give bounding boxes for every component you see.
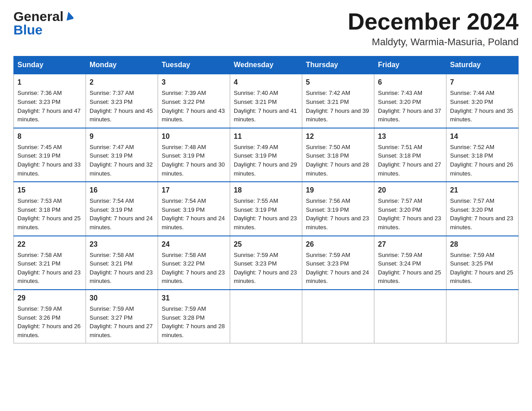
day-info: Sunrise: 7:58 AMSunset: 3:21 PMDaylight:… (17, 252, 81, 285)
day-number: 28 (450, 239, 515, 249)
calendar-cell: 19Sunrise: 7:56 AMSunset: 3:19 PMDayligh… (302, 182, 374, 235)
day-info: Sunrise: 7:54 AMSunset: 3:19 PMDaylight:… (90, 197, 153, 231)
day-number: 17 (162, 185, 226, 195)
logo-general: General (13, 9, 64, 24)
calendar-cell: 30Sunrise: 7:59 AMSunset: 3:27 PMDayligh… (86, 290, 158, 343)
calendar-cell: 17Sunrise: 7:54 AMSunset: 3:19 PMDayligh… (158, 182, 230, 235)
day-number: 14 (450, 131, 515, 141)
week-row-5: 29Sunrise: 7:59 AMSunset: 3:26 PMDayligh… (14, 290, 519, 343)
day-number: 31 (162, 293, 226, 303)
day-number: 20 (378, 185, 442, 195)
day-number: 3 (162, 77, 226, 87)
calendar-cell: 16Sunrise: 7:54 AMSunset: 3:19 PMDayligh… (86, 182, 158, 235)
calendar-cell: 5Sunrise: 7:42 AMSunset: 3:21 PMDaylight… (302, 74, 374, 128)
day-info: Sunrise: 7:59 AMSunset: 3:27 PMDaylight:… (90, 305, 153, 338)
day-info: Sunrise: 7:57 AMSunset: 3:20 PMDaylight:… (450, 197, 513, 231)
day-number: 27 (378, 239, 442, 249)
day-number: 26 (306, 239, 370, 249)
day-number: 4 (234, 77, 298, 87)
week-row-2: 8Sunrise: 7:45 AMSunset: 3:19 PMDaylight… (14, 128, 519, 182)
calendar-cell: 21Sunrise: 7:57 AMSunset: 3:20 PMDayligh… (446, 182, 519, 235)
day-info: Sunrise: 7:43 AMSunset: 3:20 PMDaylight:… (378, 90, 441, 123)
calendar-cell: 26Sunrise: 7:59 AMSunset: 3:23 PMDayligh… (302, 236, 374, 290)
calendar-cell: 11Sunrise: 7:49 AMSunset: 3:19 PMDayligh… (230, 128, 302, 182)
calendar-cell: 27Sunrise: 7:59 AMSunset: 3:24 PMDayligh… (374, 236, 446, 290)
col-header-friday: Friday (374, 56, 446, 74)
logo: General Blue (13, 9, 73, 38)
calendar-cell: 7Sunrise: 7:44 AMSunset: 3:20 PMDaylight… (446, 74, 519, 128)
calendar-cell: 18Sunrise: 7:55 AMSunset: 3:19 PMDayligh… (230, 182, 302, 235)
day-info: Sunrise: 7:45 AMSunset: 3:19 PMDaylight:… (17, 144, 81, 177)
day-info: Sunrise: 7:49 AMSunset: 3:19 PMDaylight:… (234, 144, 297, 177)
calendar-cell: 24Sunrise: 7:58 AMSunset: 3:22 PMDayligh… (158, 236, 230, 290)
day-number: 13 (378, 131, 442, 141)
day-number: 30 (90, 293, 154, 303)
day-info: Sunrise: 7:48 AMSunset: 3:19 PMDaylight:… (162, 144, 225, 177)
day-info: Sunrise: 7:56 AMSunset: 3:19 PMDaylight:… (306, 197, 369, 231)
day-number: 21 (450, 185, 515, 195)
title-block: December 2024 Maldyty, Warmia-Masuria, P… (348, 9, 519, 48)
day-info: Sunrise: 7:36 AMSunset: 3:23 PMDaylight:… (17, 90, 81, 123)
day-info: Sunrise: 7:57 AMSunset: 3:20 PMDaylight:… (378, 197, 441, 231)
page-header: General Blue December 2024 Maldyty, Warm… (13, 9, 519, 48)
calendar-cell: 3Sunrise: 7:39 AMSunset: 3:22 PMDaylight… (158, 74, 230, 128)
day-info: Sunrise: 7:59 AMSunset: 3:25 PMDaylight:… (450, 252, 513, 285)
day-number: 12 (306, 131, 370, 141)
calendar-cell: 4Sunrise: 7:40 AMSunset: 3:21 PMDaylight… (230, 74, 302, 128)
calendar-cell: 1Sunrise: 7:36 AMSunset: 3:23 PMDaylight… (14, 74, 86, 128)
calendar-cell: 15Sunrise: 7:53 AMSunset: 3:18 PMDayligh… (14, 182, 86, 235)
calendar-cell: 14Sunrise: 7:52 AMSunset: 3:18 PMDayligh… (446, 128, 519, 182)
calendar-cell (230, 290, 302, 343)
week-row-4: 22Sunrise: 7:58 AMSunset: 3:21 PMDayligh… (14, 236, 519, 290)
day-number: 6 (378, 77, 442, 87)
logo-blue: Blue (13, 22, 43, 38)
col-header-sunday: Sunday (14, 56, 86, 74)
calendar-header-row: SundayMondayTuesdayWednesdayThursdayFrid… (14, 56, 519, 74)
day-info: Sunrise: 7:59 AMSunset: 3:28 PMDaylight:… (162, 305, 225, 338)
day-info: Sunrise: 7:39 AMSunset: 3:22 PMDaylight:… (162, 90, 225, 123)
day-info: Sunrise: 7:54 AMSunset: 3:19 PMDaylight:… (162, 197, 225, 231)
week-row-3: 15Sunrise: 7:53 AMSunset: 3:18 PMDayligh… (14, 182, 519, 235)
col-header-thursday: Thursday (302, 56, 374, 74)
calendar-cell: 10Sunrise: 7:48 AMSunset: 3:19 PMDayligh… (158, 128, 230, 182)
calendar-cell: 31Sunrise: 7:59 AMSunset: 3:28 PMDayligh… (158, 290, 230, 343)
day-info: Sunrise: 7:59 AMSunset: 3:26 PMDaylight:… (17, 305, 81, 338)
svg-marker-0 (65, 11, 73, 21)
day-number: 5 (306, 77, 370, 87)
col-header-monday: Monday (86, 56, 158, 74)
calendar-cell: 8Sunrise: 7:45 AMSunset: 3:19 PMDaylight… (14, 128, 86, 182)
day-info: Sunrise: 7:52 AMSunset: 3:18 PMDaylight:… (450, 144, 513, 177)
day-number: 2 (90, 77, 154, 87)
day-info: Sunrise: 7:59 AMSunset: 3:23 PMDaylight:… (306, 252, 369, 285)
col-header-wednesday: Wednesday (230, 56, 302, 74)
calendar-cell (446, 290, 519, 343)
day-info: Sunrise: 7:55 AMSunset: 3:19 PMDaylight:… (234, 197, 297, 231)
day-info: Sunrise: 7:58 AMSunset: 3:21 PMDaylight:… (90, 252, 153, 285)
calendar-cell (302, 290, 374, 343)
day-info: Sunrise: 7:59 AMSunset: 3:24 PMDaylight:… (378, 252, 441, 285)
calendar-cell: 13Sunrise: 7:51 AMSunset: 3:18 PMDayligh… (374, 128, 446, 182)
month-title: December 2024 (348, 9, 519, 34)
day-info: Sunrise: 7:42 AMSunset: 3:21 PMDaylight:… (306, 90, 369, 123)
day-number: 25 (234, 239, 298, 249)
day-number: 24 (162, 239, 226, 249)
week-row-1: 1Sunrise: 7:36 AMSunset: 3:23 PMDaylight… (14, 74, 519, 128)
day-number: 11 (234, 131, 298, 141)
calendar-cell: 23Sunrise: 7:58 AMSunset: 3:21 PMDayligh… (86, 236, 158, 290)
col-header-saturday: Saturday (446, 56, 519, 74)
day-info: Sunrise: 7:44 AMSunset: 3:20 PMDaylight:… (450, 90, 513, 123)
day-number: 16 (90, 185, 154, 195)
day-info: Sunrise: 7:58 AMSunset: 3:22 PMDaylight:… (162, 252, 225, 285)
calendar-cell: 6Sunrise: 7:43 AMSunset: 3:20 PMDaylight… (374, 74, 446, 128)
calendar-cell: 22Sunrise: 7:58 AMSunset: 3:21 PMDayligh… (14, 236, 86, 290)
calendar-cell (374, 290, 446, 343)
calendar-cell: 2Sunrise: 7:37 AMSunset: 3:23 PMDaylight… (86, 74, 158, 128)
day-info: Sunrise: 7:51 AMSunset: 3:18 PMDaylight:… (378, 144, 441, 177)
day-info: Sunrise: 7:47 AMSunset: 3:19 PMDaylight:… (90, 144, 153, 177)
day-number: 18 (234, 185, 298, 195)
col-header-tuesday: Tuesday (158, 56, 230, 74)
day-number: 9 (90, 131, 154, 141)
day-number: 22 (17, 239, 82, 249)
day-number: 8 (17, 131, 82, 141)
calendar-cell: 29Sunrise: 7:59 AMSunset: 3:26 PMDayligh… (14, 290, 86, 343)
